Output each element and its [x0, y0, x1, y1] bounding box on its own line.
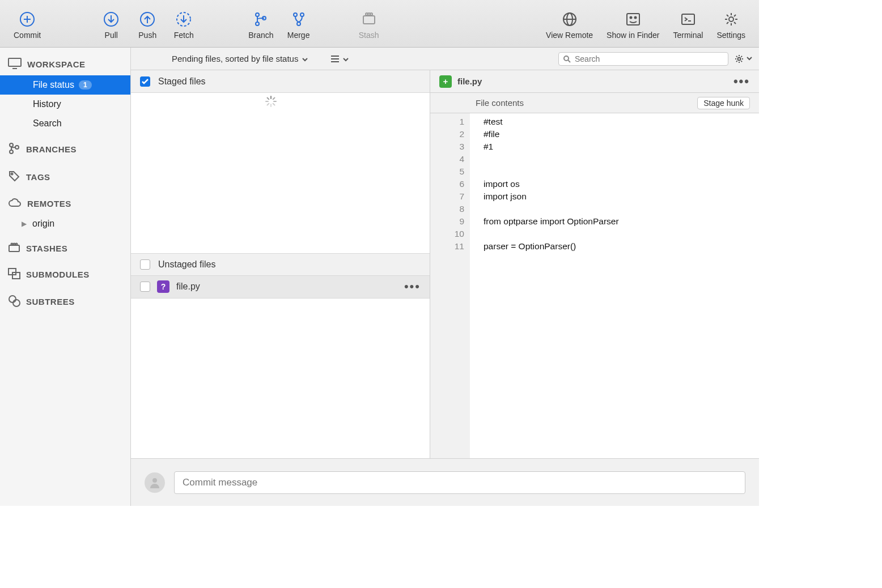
- file-row[interactable]: ? file.py •••: [131, 276, 430, 299]
- unstaged-area: [131, 299, 430, 459]
- svg-point-10: [256, 22, 259, 25]
- svg-point-42: [564, 56, 569, 61]
- diff-actions-button[interactable]: •••: [733, 74, 750, 89]
- sidebar-item-history[interactable]: History: [0, 95, 130, 114]
- chevron-right-icon: ▶: [22, 220, 27, 228]
- commit-button[interactable]: Commit: [7, 5, 48, 43]
- filter-dropdown[interactable]: Pending files, sorted by file status: [172, 54, 308, 63]
- staged-checkbox[interactable]: [140, 76, 150, 87]
- chevron-down-icon: [302, 54, 308, 63]
- search-wrapper: [558, 52, 728, 66]
- fetch-button[interactable]: Fetch: [166, 5, 202, 43]
- avatar: [145, 472, 165, 493]
- gear-icon: [734, 54, 744, 64]
- svg-point-44: [738, 57, 741, 60]
- svg-point-41: [13, 300, 20, 306]
- svg-point-30: [10, 143, 13, 147]
- added-status-icon: +: [439, 75, 452, 88]
- sidebar-submodules-header[interactable]: SUBMODULES: [0, 262, 130, 286]
- gear-icon: [720, 8, 743, 31]
- unstaged-header: Unstaged files: [131, 253, 430, 276]
- view-remote-button[interactable]: View Remote: [539, 5, 600, 43]
- push-button[interactable]: Push: [129, 5, 166, 43]
- chevron-down-icon: [342, 54, 349, 64]
- tag-icon: [8, 170, 20, 184]
- toolbar: Commit Pull Push Fetch Bra: [0, 0, 759, 48]
- search-input[interactable]: [558, 52, 728, 66]
- unstaged-label: Unstaged files: [158, 259, 215, 270]
- svg-point-13: [300, 13, 304, 16]
- svg-point-35: [11, 244, 13, 245]
- file-actions-button[interactable]: •••: [404, 279, 421, 294]
- svg-point-31: [10, 150, 13, 154]
- pull-icon: [100, 8, 122, 31]
- stash-button[interactable]: Stash: [351, 5, 387, 43]
- search-icon: [563, 55, 571, 63]
- staged-label: Staged files: [158, 76, 206, 87]
- submodule-icon: [8, 268, 20, 281]
- push-icon: [136, 8, 159, 31]
- svg-point-12: [294, 13, 297, 16]
- svg-line-52: [268, 104, 269, 105]
- branch-icon: [8, 142, 20, 156]
- svg-point-33: [11, 173, 13, 175]
- sidebar-item-file-status[interactable]: File status 1: [0, 75, 130, 95]
- stash-icon: [8, 242, 20, 254]
- svg-line-51: [273, 98, 275, 100]
- branch-icon: [249, 8, 272, 31]
- diff-pane: + file.py ••• File contents Stage hunk 1…: [430, 70, 759, 458]
- sidebar-workspace-header[interactable]: WORKSPACE: [0, 52, 130, 75]
- options-gear-dropdown[interactable]: [734, 54, 752, 64]
- spinner-icon: [265, 95, 277, 110]
- line-gutter: 1234567891011: [430, 113, 470, 458]
- diff-header: + file.py •••: [430, 70, 759, 93]
- merge-button[interactable]: Merge: [281, 5, 317, 43]
- svg-rect-28: [9, 58, 21, 66]
- chevron-down-icon: [747, 57, 752, 61]
- svg-rect-34: [9, 245, 19, 252]
- settings-button[interactable]: Settings: [710, 5, 752, 43]
- commit-bar: [131, 458, 759, 506]
- code-area: 1234567891011 #test#file#1import osimpor…: [430, 113, 759, 458]
- svg-point-24: [634, 16, 636, 18]
- monitor-icon: [8, 58, 22, 71]
- unknown-status-icon: ?: [157, 280, 169, 293]
- sidebar-remotes-header[interactable]: REMOTES: [0, 192, 130, 214]
- sidebar-branches-header[interactable]: BRANCHES: [0, 137, 130, 161]
- terminal-button[interactable]: Terminal: [667, 5, 710, 43]
- hunk-header: File contents Stage hunk: [430, 93, 759, 113]
- show-in-finder-button[interactable]: Show in Finder: [600, 5, 666, 43]
- sidebar-item-search[interactable]: Search: [0, 114, 130, 133]
- svg-point-18: [370, 13, 372, 15]
- svg-point-37: [16, 244, 18, 245]
- file-pane: Staged files Unstaged files ? file.py ••…: [131, 70, 430, 458]
- branch-button[interactable]: Branch: [241, 5, 280, 43]
- file-checkbox[interactable]: [140, 282, 150, 292]
- sidebar-stashes-header[interactable]: STASHES: [0, 237, 130, 259]
- svg-point-32: [15, 146, 19, 149]
- stage-hunk-button[interactable]: Stage hunk: [697, 97, 750, 109]
- sidebar-item-origin[interactable]: ▶ origin: [0, 214, 130, 233]
- svg-rect-25: [682, 14, 694, 24]
- unstaged-checkbox[interactable]: [140, 259, 150, 270]
- commit-message-input[interactable]: [174, 471, 745, 494]
- pull-button[interactable]: Pull: [93, 5, 129, 43]
- hunk-label: File contents: [476, 98, 524, 108]
- staged-area: [131, 93, 430, 253]
- view-mode-dropdown[interactable]: [331, 54, 349, 64]
- svg-point-36: [14, 244, 15, 245]
- fetch-icon: [172, 8, 195, 31]
- sidebar-subtrees-header[interactable]: SUBTREES: [0, 289, 130, 313]
- subtree-icon: [8, 295, 20, 309]
- svg-line-50: [273, 104, 275, 105]
- stash-icon: [358, 8, 380, 31]
- terminal-icon: [677, 8, 699, 31]
- svg-point-23: [630, 16, 631, 18]
- filter-bar: Pending files, sorted by file status: [131, 48, 759, 70]
- diff-filename: file.py: [457, 76, 482, 86]
- svg-line-43: [568, 60, 570, 62]
- merge-icon: [287, 8, 310, 31]
- sidebar: WORKSPACE File status 1 History Search B…: [0, 48, 131, 506]
- sidebar-tags-header[interactable]: TAGS: [0, 164, 130, 189]
- list-icon: [331, 56, 339, 62]
